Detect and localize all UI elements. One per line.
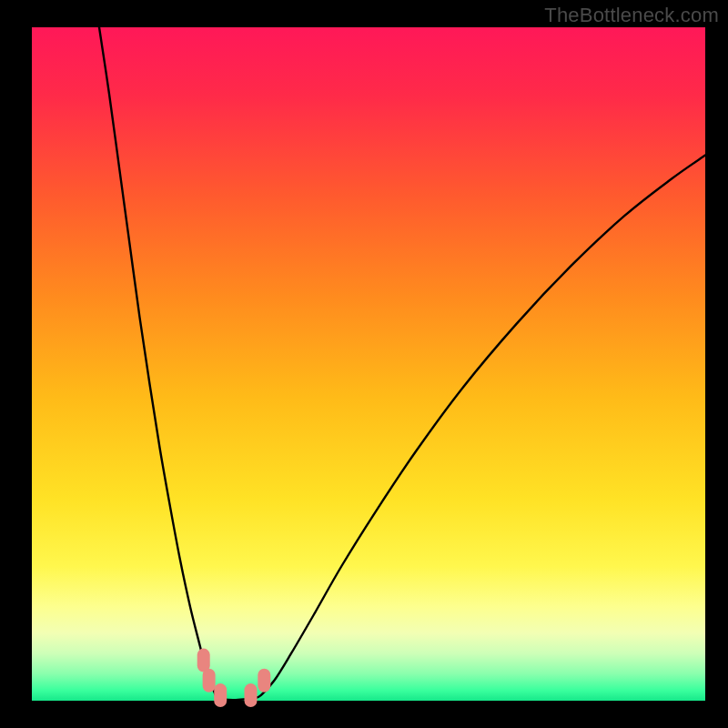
trough-marker <box>197 649 210 672</box>
chart-root: TheBottleneck.com <box>0 0 728 728</box>
trough-marker <box>258 669 270 693</box>
watermark-text: TheBottleneck.com <box>544 4 719 27</box>
plot-background <box>32 27 705 701</box>
trough-marker <box>203 669 216 693</box>
bottleneck-chart <box>0 0 728 728</box>
trough-marker <box>245 683 258 707</box>
trough-marker <box>214 683 227 707</box>
